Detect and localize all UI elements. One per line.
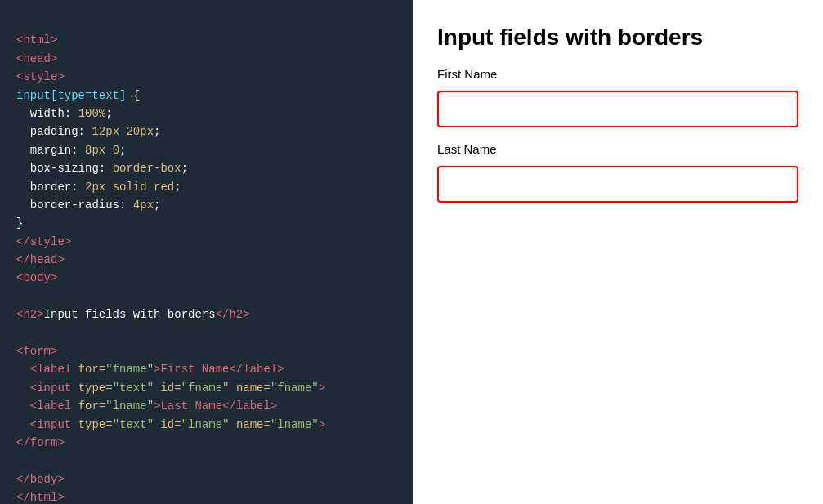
code-content: <html> <head> <style> input[type=text] {… xyxy=(16,13,396,504)
first-name-label: First Name xyxy=(437,67,798,81)
first-name-input[interactable] xyxy=(437,91,798,127)
first-name-group: First Name xyxy=(437,67,798,134)
last-name-input[interactable] xyxy=(437,166,798,203)
last-name-label: Last Name xyxy=(437,142,798,156)
last-name-group: Last Name xyxy=(437,142,798,209)
page-title: Input fields with borders xyxy=(437,25,798,51)
code-editor: <html> <head> <style> input[type=text] {… xyxy=(0,0,413,504)
preview-panel: Input fields with borders First Name Las… xyxy=(413,0,823,504)
demo-form: First Name Last Name xyxy=(437,67,798,209)
